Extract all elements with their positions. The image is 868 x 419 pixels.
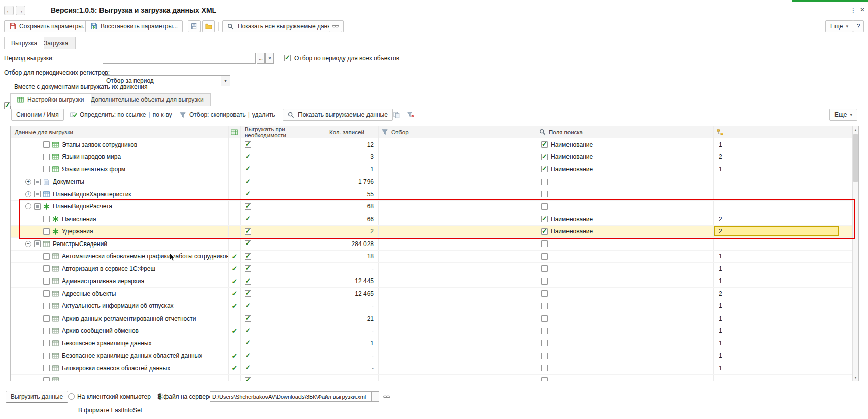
checkbox[interactable] (541, 278, 548, 285)
table-group-row[interactable]: −ПланыВидовРасчета68 (11, 201, 852, 214)
checkbox[interactable] (43, 228, 50, 235)
checkbox[interactable] (43, 253, 50, 260)
checkbox[interactable] (43, 328, 50, 334)
column-header-levels[interactable] (714, 126, 843, 138)
checkbox[interactable] (541, 216, 548, 222)
checkbox[interactable] (541, 377, 548, 381)
column-header-data[interactable]: Данные для выгрузки (11, 126, 229, 138)
checkbox[interactable] (541, 253, 548, 260)
table-group-row[interactable]: +ПланыВидовХарактеристик55 (11, 188, 852, 201)
checkbox[interactable] (541, 353, 548, 359)
vertical-scrollbar[interactable]: ▲ ▼ (852, 126, 858, 381)
scroll-up-arrow[interactable]: ▲ (853, 127, 858, 133)
table-group-row[interactable]: −РегистрыСведений284 028 (11, 238, 852, 251)
forward-button[interactable]: → (16, 6, 25, 15)
table-row[interactable]: Архив сообщений обменов✓-1 (11, 325, 852, 338)
checkbox[interactable] (541, 365, 548, 371)
checkbox[interactable] (245, 154, 251, 160)
checkbox[interactable] (245, 166, 251, 172)
tab-vygruzka[interactable]: Выгрузка (4, 37, 44, 49)
save-settings-to-file-button[interactable] (188, 20, 201, 32)
checkbox[interactable] (34, 240, 41, 247)
checkbox[interactable] (245, 191, 251, 197)
open-settings-file-button[interactable] (202, 20, 215, 32)
checkbox[interactable] (245, 290, 251, 297)
table-row[interactable]: Начисления66Наименование2 (11, 213, 852, 226)
checkbox[interactable] (245, 203, 251, 210)
column-header-export[interactable]: Выгружать при необходимости (241, 126, 325, 138)
column-header-filter[interactable]: Отбор (379, 126, 536, 138)
checkbox[interactable] (541, 166, 548, 172)
back-button[interactable]: ← (4, 6, 14, 15)
scrollbar-thumb[interactable] (853, 134, 858, 182)
checkbox[interactable] (541, 290, 548, 297)
checkbox[interactable] (245, 278, 251, 285)
copy-settings-button[interactable] (391, 109, 403, 121)
checkbox[interactable] (43, 365, 50, 371)
period-choose-button[interactable]: ... (257, 53, 265, 64)
checkbox[interactable] (43, 353, 50, 359)
export-data-button[interactable]: Выгрузить данные (6, 391, 68, 403)
period-input[interactable] (103, 53, 256, 64)
checkbox[interactable] (245, 340, 251, 346)
table-more-button[interactable]: Еще▾ (829, 109, 857, 121)
checkbox[interactable] (245, 315, 251, 322)
checkbox[interactable] (541, 141, 548, 148)
clear-filter-button[interactable] (404, 109, 417, 121)
column-header-mark[interactable] (229, 126, 241, 138)
checkbox[interactable] (245, 328, 251, 334)
show-all-exported-data-button[interactable]: Показать все выгружаемые данные (222, 20, 344, 32)
table-row[interactable]: Административная иерархия✓12 4451 (11, 275, 852, 288)
period-clear-button[interactable]: ✕ (265, 53, 274, 64)
scroll-down-arrow[interactable]: ▼ (853, 374, 858, 380)
tab-additional-objects[interactable]: Дополнительные объекты для выгрузки (84, 93, 211, 106)
help-button[interactable]: ? (853, 20, 864, 32)
table-row[interactable]: Безопасное хранилище данных областей дан… (11, 350, 852, 363)
checkbox[interactable] (245, 365, 251, 371)
checkbox[interactable] (245, 353, 251, 359)
save-params-button[interactable]: Сохранить параметры... (4, 20, 93, 32)
checkbox[interactable] (34, 203, 41, 210)
filter-delete-button[interactable]: удалить (252, 111, 275, 118)
checkbox[interactable] (245, 228, 251, 235)
checkbox[interactable] (541, 328, 548, 334)
restore-params-button[interactable]: Восстановить параметры... (85, 20, 183, 32)
checkbox[interactable] (245, 216, 251, 222)
table-row[interactable]: Языки народов мира3Наименование2 (11, 151, 852, 164)
file-path-choose-button[interactable]: ... (371, 391, 379, 402)
table-row[interactable]: Этапы заявок сотрудников12Наименование1 (11, 138, 852, 151)
kebab-menu-icon[interactable]: ⋮ (850, 6, 857, 14)
checkbox[interactable] (43, 377, 50, 381)
checkbox[interactable] (541, 340, 548, 346)
checkbox[interactable] (43, 290, 50, 297)
file-path-input[interactable] (210, 391, 371, 402)
table-group-row[interactable]: +Документы1 796 (11, 176, 852, 189)
table-row[interactable] (11, 375, 852, 381)
more-button[interactable]: Еще▾ (825, 20, 853, 32)
period-filter-checkbox[interactable] (284, 55, 291, 61)
checkbox[interactable] (43, 303, 50, 309)
checkbox[interactable] (245, 141, 251, 148)
checkbox[interactable] (245, 377, 251, 381)
show-exported-data-button[interactable]: Показать выгружаемые данные (283, 109, 393, 121)
synonym-name-button[interactable]: Синоним / Имя (11, 109, 64, 121)
define-by-link-button[interactable]: Определить: по ссылке | по к-ву (68, 109, 174, 121)
checkbox[interactable] (541, 315, 548, 322)
define-by-count-button[interactable]: по к-ву (153, 111, 172, 118)
checkbox[interactable] (43, 141, 50, 148)
expand-icon[interactable]: + (25, 191, 31, 197)
checkbox[interactable] (541, 191, 548, 197)
close-icon[interactable]: ✕ (860, 6, 865, 13)
checkbox[interactable] (43, 340, 50, 346)
chevron-down-icon[interactable]: ▾ (221, 76, 230, 86)
checkbox[interactable] (541, 228, 548, 235)
checkbox[interactable] (541, 154, 548, 160)
checkbox[interactable] (245, 179, 251, 185)
table-row[interactable]: Автоматически обновляемые графики работы… (11, 251, 852, 263)
table-row[interactable]: Адресные объекты✓12 4652 (11, 288, 852, 300)
file-link-button[interactable] (381, 391, 393, 402)
checkbox[interactable] (43, 265, 50, 272)
collapse-icon[interactable]: − (25, 241, 31, 247)
checkbox[interactable] (541, 203, 548, 210)
table-row[interactable]: Блокировки сеансов областей данных✓-1 (11, 362, 852, 375)
